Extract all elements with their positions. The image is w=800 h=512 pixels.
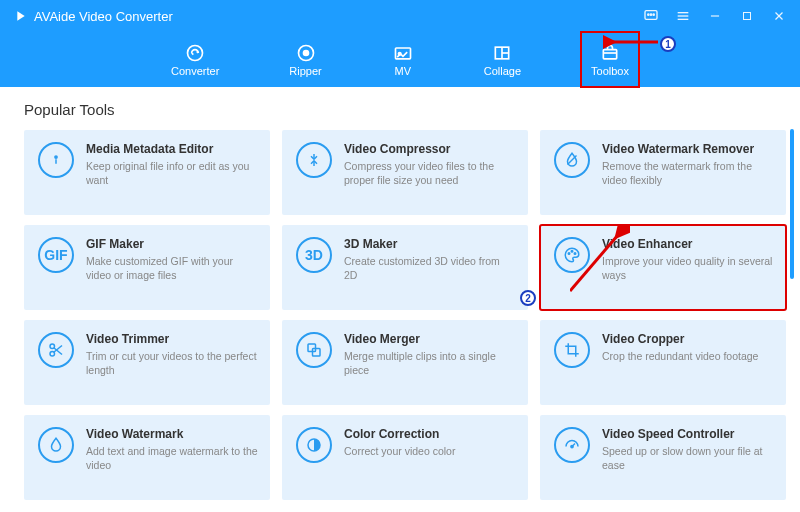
scrollbar[interactable] <box>790 129 794 279</box>
tool-title: Video Trimmer <box>86 332 258 346</box>
compress-icon <box>296 142 332 178</box>
nav-label: Converter <box>171 65 219 77</box>
section-title: Popular Tools <box>24 101 780 118</box>
nav-label: Ripper <box>289 65 321 77</box>
nav-label: MV <box>394 65 411 77</box>
tool-card[interactable]: Video TrimmerTrim or cut your videos to … <box>24 320 270 405</box>
tools-grid: Media Metadata EditorKeep original file … <box>24 130 780 500</box>
tool-card[interactable]: Video MergerMerge multiple clips into a … <box>282 320 528 405</box>
3d-icon: 3D <box>296 237 332 273</box>
nav-label: Toolbox <box>591 65 629 77</box>
tool-title: Media Metadata Editor <box>86 142 258 156</box>
tool-title: Video Enhancer <box>602 237 774 251</box>
tool-card[interactable]: Video CompressorCompress your video file… <box>282 130 528 215</box>
tool-desc: Compress your video files to the proper … <box>344 159 516 187</box>
menu-icon[interactable] <box>674 7 692 25</box>
speed-icon <box>554 427 590 463</box>
color-icon <box>296 427 332 463</box>
svg-point-21 <box>55 156 57 158</box>
tool-card[interactable]: Color CorrectionCorrect your video color <box>282 415 528 500</box>
nav-collage[interactable]: Collage <box>474 32 531 87</box>
tool-desc: Make customized GIF with your video or i… <box>86 254 258 282</box>
tool-title: Color Correction <box>344 427 516 441</box>
nav-mv[interactable]: MV <box>382 32 424 87</box>
nav-converter[interactable]: Converter <box>161 32 229 87</box>
tool-card[interactable]: Video Watermark RemoverRemove the waterm… <box>540 130 786 215</box>
palette-icon <box>554 237 590 273</box>
tool-desc: Trim or cut your videos to the perfect l… <box>86 349 258 377</box>
tool-desc: Correct your video color <box>344 444 516 458</box>
tool-desc: Create customized 3D video from 2D <box>344 254 516 282</box>
drop-icon <box>38 427 74 463</box>
tool-title: Video Cropper <box>602 332 774 346</box>
tool-card[interactable]: Media Metadata EditorKeep original file … <box>24 130 270 215</box>
app-logo: AVAide Video Converter <box>12 8 173 24</box>
tool-card[interactable]: Video WatermarkAdd text and image waterm… <box>24 415 270 500</box>
nav-label: Collage <box>484 65 521 77</box>
svg-point-11 <box>188 45 203 60</box>
minimize-icon[interactable] <box>706 7 724 25</box>
app-title: AVAide Video Converter <box>34 9 173 24</box>
scissors-icon <box>38 332 74 368</box>
tool-title: Video Watermark <box>86 427 258 441</box>
svg-point-37 <box>571 445 573 447</box>
tool-desc: Remove the watermark from the video flex… <box>602 159 774 187</box>
main-nav: Converter Ripper MV Collage Toolbox <box>0 32 800 87</box>
crop-icon <box>554 332 590 368</box>
nav-toolbox[interactable]: Toolbox <box>581 32 639 87</box>
svg-point-13 <box>303 50 308 55</box>
info-icon <box>38 142 74 178</box>
tool-card[interactable]: Video EnhancerImprove your video quality… <box>540 225 786 310</box>
svg-rect-8 <box>744 13 751 20</box>
svg-point-3 <box>653 14 654 15</box>
tool-title: 3D Maker <box>344 237 516 251</box>
tool-title: Video Watermark Remover <box>602 142 774 156</box>
wm-remove-icon <box>554 142 590 178</box>
tool-title: Video Merger <box>344 332 516 346</box>
title-bar: AVAide Video Converter <box>0 0 800 32</box>
svg-point-28 <box>574 253 576 255</box>
close-icon[interactable] <box>770 7 788 25</box>
tool-card[interactable]: Video CropperCrop the redundant video fo… <box>540 320 786 405</box>
content-area: Popular Tools Media Metadata EditorKeep … <box>0 87 800 512</box>
tool-card[interactable]: GIFGIF MakerMake customized GIF with you… <box>24 225 270 310</box>
svg-point-1 <box>648 14 649 15</box>
tool-desc: Crop the redundant video footage <box>602 349 774 363</box>
svg-rect-19 <box>603 49 616 58</box>
feedback-icon[interactable] <box>642 7 660 25</box>
tool-desc: Keep original file info or edit as you w… <box>86 159 258 187</box>
tool-card[interactable]: Video Speed ControllerSpeed up or slow d… <box>540 415 786 500</box>
tool-title: Video Speed Controller <box>602 427 774 441</box>
tool-card[interactable]: 3D3D MakerCreate customized 3D video fro… <box>282 225 528 310</box>
svg-point-27 <box>571 251 573 253</box>
tool-desc: Add text and image watermark to the vide… <box>86 444 258 472</box>
merge-icon <box>296 332 332 368</box>
tool-desc: Improve your video quality in several wa… <box>602 254 774 282</box>
tool-title: Video Compressor <box>344 142 516 156</box>
svg-point-2 <box>650 14 651 15</box>
tool-desc: Merge multiple clips into a single piece <box>344 349 516 377</box>
svg-point-26 <box>568 253 570 255</box>
maximize-icon[interactable] <box>738 7 756 25</box>
gif-icon: GIF <box>38 237 74 273</box>
tool-title: GIF Maker <box>86 237 258 251</box>
tool-desc: Speed up or slow down your file at ease <box>602 444 774 472</box>
nav-ripper[interactable]: Ripper <box>279 32 331 87</box>
